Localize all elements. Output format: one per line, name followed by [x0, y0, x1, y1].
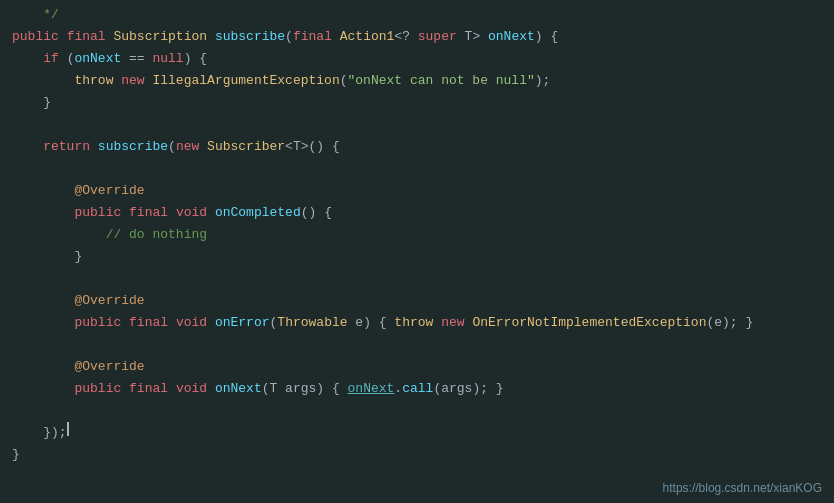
- code-line-8: [0, 158, 834, 180]
- code-token: Subscription: [113, 26, 207, 48]
- code-token: onError: [215, 312, 270, 334]
- code-token: }: [12, 246, 82, 268]
- code-token: [12, 356, 74, 378]
- code-line-15: public final void onError ( Throwable e)…: [0, 312, 834, 334]
- code-token: */: [12, 4, 59, 26]
- code-token: null: [152, 48, 183, 70]
- code-token: [121, 312, 129, 334]
- code-token: [121, 202, 129, 224]
- code-token: (: [59, 48, 75, 70]
- cursor: [67, 422, 69, 436]
- code-token: final: [129, 378, 168, 400]
- watermark: https://blog.csdn.net/xianKOG: [663, 481, 822, 495]
- code-line-5: }: [0, 92, 834, 114]
- code-token: @Override: [74, 356, 144, 378]
- code-token: public: [12, 26, 59, 48]
- code-token: ) {: [535, 26, 558, 48]
- code-token: (: [270, 312, 278, 334]
- code-token: <?: [394, 26, 417, 48]
- code-token: }: [12, 444, 20, 466]
- code-token: }: [12, 92, 51, 114]
- code-line-10: public final void onCompleted () {: [0, 202, 834, 224]
- code-token: public: [74, 202, 121, 224]
- code-token: [332, 26, 340, 48]
- code-token: [12, 202, 74, 224]
- code-token: onNext: [74, 48, 121, 70]
- code-token: [59, 26, 67, 48]
- code-token: [168, 378, 176, 400]
- code-token: [12, 268, 20, 290]
- code-token: T>: [457, 26, 488, 48]
- code-token: [12, 114, 20, 136]
- code-token: Throwable: [277, 312, 347, 334]
- code-line-20: });: [0, 422, 834, 444]
- code-token: Subscriber: [207, 136, 285, 158]
- code-token: <T>() {: [285, 136, 340, 158]
- code-token: [207, 202, 215, 224]
- code-token: [12, 70, 74, 92]
- code-line-11: // do nothing: [0, 224, 834, 246]
- code-token: [12, 378, 74, 400]
- code-line-2: public final Subscription subscribe ( fi…: [0, 26, 834, 48]
- code-token: final: [129, 202, 168, 224]
- code-line-6: [0, 114, 834, 136]
- code-token: throw: [394, 312, 433, 334]
- code-token: [207, 26, 215, 48]
- code-line-9: @Override: [0, 180, 834, 202]
- code-token: call: [402, 378, 433, 400]
- code-line-1: */: [0, 4, 834, 26]
- code-token: IllegalArgumentException: [152, 70, 339, 92]
- code-token: [12, 136, 43, 158]
- code-token: [12, 312, 74, 334]
- code-line-18: public final void onNext (T args) { onNe…: [0, 378, 834, 400]
- code-editor: */ public final Subscription subscribe (…: [0, 0, 834, 503]
- code-token: [121, 378, 129, 400]
- code-token: [12, 400, 20, 422]
- code-token: () {: [301, 202, 332, 224]
- code-line-21: }: [0, 444, 834, 466]
- code-token: [465, 312, 473, 334]
- code-line-19: [0, 400, 834, 422]
- code-token: final: [293, 26, 332, 48]
- code-token: (e); }: [706, 312, 753, 334]
- code-token: ) {: [184, 48, 207, 70]
- code-token: final: [129, 312, 168, 334]
- code-token: void: [176, 202, 207, 224]
- code-token: [113, 70, 121, 92]
- code-token: [106, 26, 114, 48]
- code-token: });: [12, 422, 67, 444]
- code-token: [90, 136, 98, 158]
- code-token: public: [74, 378, 121, 400]
- code-token: public: [74, 312, 121, 334]
- code-token: onNext: [348, 378, 395, 400]
- code-token: e) {: [348, 312, 395, 334]
- code-token: .: [394, 378, 402, 400]
- code-line-17: @Override: [0, 356, 834, 378]
- code-line-4: throw new IllegalArgumentException ( "on…: [0, 70, 834, 92]
- code-token: [168, 312, 176, 334]
- code-token: OnErrorNotImplementedException: [472, 312, 706, 334]
- code-token: new: [441, 312, 464, 334]
- code-token: [199, 136, 207, 158]
- code-token: throw: [74, 70, 113, 92]
- code-token: if: [43, 48, 59, 70]
- code-token: (T args) {: [262, 378, 348, 400]
- code-token: subscribe: [98, 136, 168, 158]
- code-token: return: [43, 136, 90, 158]
- code-token: onNext: [215, 378, 262, 400]
- code-token: Action1: [340, 26, 395, 48]
- code-token: @Override: [74, 290, 144, 312]
- code-token: [12, 48, 43, 70]
- code-token: subscribe: [215, 26, 285, 48]
- code-line-13: [0, 268, 834, 290]
- code-token: (: [340, 70, 348, 92]
- code-token: new: [176, 136, 199, 158]
- code-token: [145, 70, 153, 92]
- code-line-7: return subscribe ( new Subscriber <T>() …: [0, 136, 834, 158]
- code-token: // do nothing: [106, 224, 207, 246]
- code-token: final: [67, 26, 106, 48]
- code-token: [12, 290, 74, 312]
- code-token: void: [176, 312, 207, 334]
- code-token: void: [176, 378, 207, 400]
- code-token: onCompleted: [215, 202, 301, 224]
